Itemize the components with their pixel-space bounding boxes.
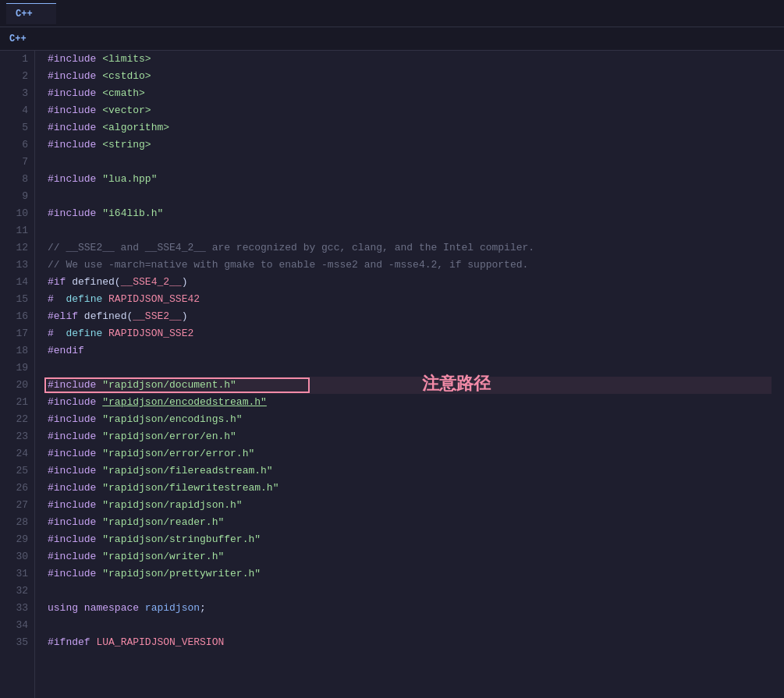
code-line: // __SSE2__ and __SSE4_2__ are recognize… [48,239,772,257]
code-line: #include "lua.hpp" [48,171,772,188]
line-number: 33 [6,600,28,617]
line-number: 15 [6,291,28,308]
line-number: 31 [6,565,28,583]
code-line: #elif defined(__SSE2__) [48,308,772,325]
code-line: #include "rapidjson/reader.h" [48,514,772,531]
line-number: 21 [6,394,28,411]
line-number: 8 [6,171,28,188]
line-number: 29 [6,531,28,548]
editor-area: 1234567891011121314151617181920212223242… [0,51,784,698]
code-line: #include "rapidjson/error/error.h" [48,445,772,462]
line-number: 25 [6,462,28,480]
code-line: #include "rapidjson/rapidjson.h" [48,497,772,514]
code-line: #include "rapidjson/writer.h" [48,548,772,565]
annotation-text: 注意路径 [422,375,491,392]
code-line [48,154,772,171]
line-numbers: 1234567891011121314151617181920212223242… [0,51,35,698]
line-number: 1 [6,51,28,68]
code-line: #endif [48,342,772,360]
code-line: #include <vector> [48,102,772,119]
line-number: 18 [6,342,28,360]
line-number: 3 [6,85,28,102]
code-line: #include <limits> [48,51,772,68]
line-number: 26 [6,480,28,497]
line-number: 13 [6,257,28,274]
line-number: 20 [6,377,28,394]
line-number: 2 [6,68,28,85]
line-number: 22 [6,411,28,428]
code-line: #include "rapidjson/filewritestream.h" [48,480,772,497]
code-line: using namespace rapidjson; [48,600,772,617]
line-number: 30 [6,548,28,565]
code-line [48,360,772,377]
code-line: #include "rapidjson/filereadstream.h" [48,462,772,480]
title-bar: C++ [0,0,784,27]
line-number: 19 [6,360,28,377]
breadcrumb-bar: C++ [0,27,784,51]
code-line [48,222,772,239]
code-line: // We use -march=native with gmake to en… [48,257,772,274]
code-line: #include <algorithm> [48,119,772,136]
code-line [48,188,772,205]
line-number: 9 [6,188,28,205]
line-number: 23 [6,428,28,445]
code-line [48,617,772,634]
code-line: #if defined(__SSE4_2__) [48,274,772,291]
line-number: 17 [6,325,28,342]
code-line: # define RAPIDJSON_SSE2 [48,325,772,342]
line-number: 6 [6,136,28,154]
code-content: #include <limits>#include <cstdio>#inclu… [35,51,784,698]
code-line: # define RAPIDJSON_SSE42 [48,291,772,308]
code-line: #include "rapidjson/stringbuffer.h" [48,531,772,548]
line-number: 14 [6,274,28,291]
line-number: 32 [6,583,28,600]
cpp-icon: C++ [16,9,33,19]
code-line: #ifndef LUA_RAPIDJSON_VERSION [48,634,772,651]
breadcrumb-icon: C++ [9,34,27,44]
code-line: 注意路径#include "rapidjson/document.h" [48,377,772,394]
code-line: #include <cstdio> [48,68,772,85]
line-number: 24 [6,445,28,462]
line-number: 34 [6,617,28,634]
line-number: 10 [6,205,28,222]
line-number: 7 [6,154,28,171]
code-line: #include "rapidjson/prettywriter.h" [48,565,772,583]
code-line: #include "i64lib.h" [48,205,772,222]
line-number: 11 [6,222,28,239]
code-line: #include "rapidjson/encodings.h" [48,411,772,428]
code-line: #include "rapidjson/error/en.h" [48,428,772,445]
code-line: #include <string> [48,136,772,154]
code-line [48,583,772,600]
line-number: 16 [6,308,28,325]
line-number: 4 [6,102,28,119]
line-number: 35 [6,634,28,651]
code-line: #include <cmath> [48,85,772,102]
line-number: 27 [6,497,28,514]
line-number: 28 [6,514,28,531]
line-number: 12 [6,239,28,257]
file-tab[interactable]: C++ [6,3,56,24]
line-number: 5 [6,119,28,136]
code-line: #include "rapidjson/encodedstream.h" [48,394,772,411]
